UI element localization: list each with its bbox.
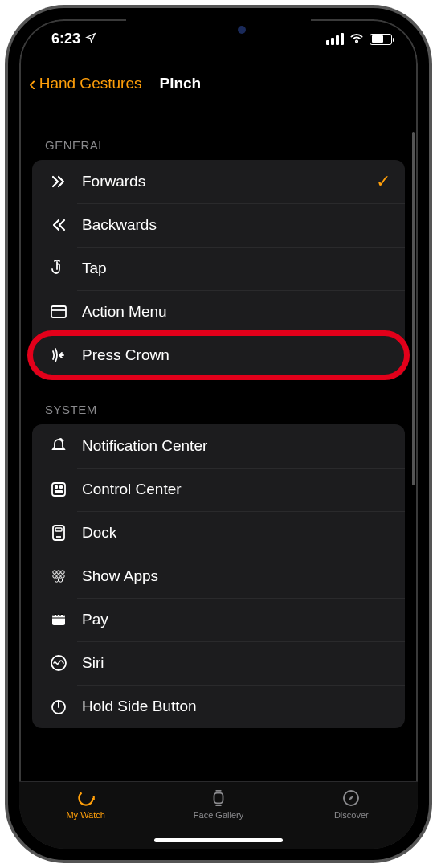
- row-press-crown[interactable]: Press Crown: [32, 334, 405, 377]
- tab-label: Discover: [334, 810, 369, 820]
- row-control-center[interactable]: Control Center: [32, 468, 405, 511]
- svg-point-15: [59, 579, 62, 582]
- siri-icon: [47, 653, 71, 673]
- svg-point-9: [57, 571, 60, 574]
- row-apple-pay[interactable]: Pay: [32, 598, 405, 641]
- nav-bar: ‹ Hand Gestures Pinch: [19, 64, 418, 103]
- svg-point-11: [53, 575, 56, 578]
- row-label: Siri: [82, 654, 390, 672]
- wifi-icon: [349, 31, 365, 47]
- row-label: Show Apps: [82, 567, 390, 585]
- row-label: Hold Side Button: [82, 698, 390, 715]
- page-title: Pinch: [159, 75, 201, 92]
- discover-icon: [340, 788, 362, 808]
- chevron-left-icon: ‹: [29, 73, 36, 94]
- row-forwards[interactable]: Forwards ✓: [32, 160, 405, 203]
- row-siri[interactable]: Siri: [32, 641, 405, 685]
- row-label: Notification Center: [82, 437, 390, 455]
- tab-label: My Watch: [66, 810, 105, 820]
- row-label: Control Center: [82, 481, 390, 498]
- row-show-apps[interactable]: Show Apps: [32, 555, 405, 598]
- action-menu-icon: [47, 302, 71, 321]
- press-crown-icon: [47, 346, 71, 365]
- tap-icon: [47, 259, 71, 278]
- scroll-indicator[interactable]: [412, 132, 415, 485]
- notch: [126, 18, 311, 45]
- status-time: 6:23: [51, 31, 80, 47]
- row-label: Backwards: [82, 216, 390, 234]
- tab-my-watch[interactable]: My Watch: [20, 788, 152, 820]
- tab-face-gallery[interactable]: Face Gallery: [153, 788, 284, 820]
- row-label: Forwards: [82, 173, 376, 190]
- row-action-menu[interactable]: Action Menu: [32, 290, 405, 334]
- svg-rect-7: [55, 528, 62, 531]
- svg-point-1: [62, 440, 64, 442]
- row-label: Press Crown: [82, 346, 390, 364]
- svg-point-14: [55, 579, 58, 582]
- svg-rect-20: [92, 796, 94, 800]
- control-center-icon: [47, 480, 71, 499]
- home-indicator[interactable]: [154, 838, 283, 842]
- row-label: Dock: [82, 524, 390, 542]
- svg-rect-4: [59, 485, 63, 489]
- row-backwards[interactable]: Backwards: [32, 203, 405, 247]
- dock-icon: [47, 523, 71, 542]
- location-icon: [85, 31, 96, 47]
- svg-point-8: [53, 571, 56, 574]
- row-label: Tap: [82, 260, 390, 277]
- section-header-general: GENERAL: [19, 103, 418, 160]
- svg-point-19: [79, 791, 92, 805]
- row-hold-side-button[interactable]: Hold Side Button: [32, 685, 405, 728]
- svg-point-13: [61, 575, 64, 578]
- svg-rect-3: [55, 485, 58, 489]
- svg-point-10: [61, 571, 64, 574]
- row-tap[interactable]: Tap: [32, 247, 405, 290]
- section-header-system: SYSTEM: [19, 377, 418, 424]
- my-watch-icon: [75, 788, 97, 808]
- battery-icon: [370, 34, 392, 45]
- svg-rect-0: [51, 306, 66, 317]
- svg-rect-2: [52, 483, 65, 496]
- tab-discover[interactable]: Discover: [285, 788, 417, 820]
- svg-rect-5: [55, 490, 63, 493]
- system-list: Notification Center Control Center Dock …: [32, 424, 405, 728]
- general-list: Forwards ✓ Backwards Tap Action Menu: [32, 160, 405, 377]
- back-label: Hand Gestures: [39, 75, 142, 92]
- content-scroll[interactable]: GENERAL Forwards ✓ Backwards Tap: [19, 103, 418, 781]
- checkmark-icon: ✓: [376, 171, 390, 192]
- row-label: Pay: [82, 611, 390, 628]
- back-button[interactable]: ‹ Hand Gestures: [29, 73, 141, 94]
- svg-point-12: [57, 575, 60, 578]
- phone-frame: 6:23 ‹ Hand Gestures Pinch GENERAL: [8, 8, 429, 860]
- signal-icon: [326, 33, 344, 45]
- row-label: Action Menu: [82, 303, 390, 321]
- wallet-icon: [47, 610, 71, 629]
- forwards-icon: [47, 172, 71, 191]
- row-dock[interactable]: Dock: [32, 511, 405, 555]
- backwards-icon: [47, 215, 71, 235]
- power-icon: [47, 697, 71, 716]
- svg-rect-21: [214, 793, 223, 804]
- show-apps-icon: [47, 567, 71, 586]
- tab-label: Face Gallery: [194, 810, 243, 820]
- face-gallery-icon: [207, 788, 230, 808]
- row-notification-center[interactable]: Notification Center: [32, 424, 405, 468]
- notification-center-icon: [47, 436, 71, 456]
